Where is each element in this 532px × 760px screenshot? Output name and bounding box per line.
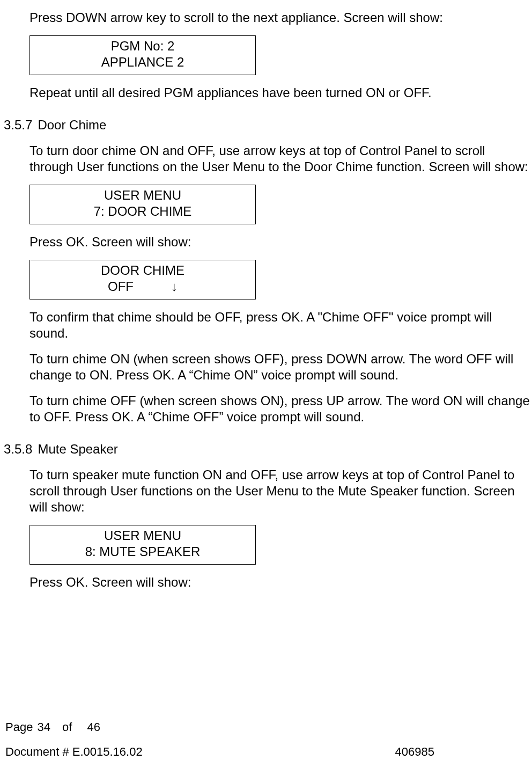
page-word: Page bbox=[5, 720, 33, 735]
lcd-screen-user-menu-7: USER MENU 7: DOOR CHIME bbox=[29, 185, 256, 224]
section-title: Door Chime bbox=[38, 117, 106, 133]
lcd-line-1: USER MENU bbox=[104, 187, 181, 203]
document-page: Press DOWN arrow key to scroll to the ne… bbox=[0, 10, 532, 760]
paragraph: To turn door chime ON and OFF, use arrow… bbox=[29, 143, 531, 175]
lcd-screen-pgm-2: PGM No: 2 APPLIANCE 2 bbox=[29, 35, 256, 75]
lcd-line-2: 7: DOOR CHIME bbox=[94, 203, 192, 220]
of-word: of bbox=[62, 720, 72, 735]
page-number-row: Page 34 of 46 bbox=[5, 720, 511, 735]
document-number-label: Document # E.0015.16.02 bbox=[5, 744, 143, 759]
lcd-line-2: APPLIANCE 2 bbox=[101, 54, 184, 70]
paragraph: To turn speaker mute function ON and OFF… bbox=[29, 467, 531, 515]
lcd-line-2: 8: MUTE SPEAKER bbox=[85, 544, 201, 560]
content-area: Press DOWN arrow key to scroll to the ne… bbox=[0, 10, 531, 590]
document-id-row: Document # E.0015.16.02 406985 bbox=[5, 744, 434, 759]
section-number: 3.5.8 bbox=[4, 441, 32, 457]
lcd-line-1: PGM No: 2 bbox=[111, 38, 175, 54]
section-number: 3.5.7 bbox=[4, 117, 32, 133]
down-arrow-icon: ↓ bbox=[171, 279, 178, 295]
paragraph: Press DOWN arrow key to scroll to the ne… bbox=[29, 10, 531, 26]
document-right-number: 406985 bbox=[395, 744, 434, 759]
paragraph: To confirm that chime should be OFF, pre… bbox=[29, 309, 531, 341]
lcd-line-1: USER MENU bbox=[104, 528, 181, 544]
paragraph: Press OK. Screen will show: bbox=[29, 234, 531, 250]
paragraph: Repeat until all desired PGM appliances … bbox=[29, 85, 531, 101]
lcd-screen-user-menu-8: USER MENU 8: MUTE SPEAKER bbox=[29, 525, 256, 565]
paragraph: To turn chime OFF (when screen shows ON)… bbox=[29, 393, 531, 425]
page-footer: Page 34 of 46 Document # E.0015.16.02 40… bbox=[0, 720, 532, 759]
lcd-line-1: DOOR CHIME bbox=[101, 262, 184, 279]
total-pages: 46 bbox=[87, 720, 100, 735]
section-heading-mute-speaker: 3.5.8 Mute Speaker bbox=[29, 441, 531, 457]
paragraph: Press OK. Screen will show: bbox=[29, 574, 531, 590]
lcd-value: OFF bbox=[108, 279, 134, 295]
lcd-screen-door-chime-off: DOOR CHIME OFF ↓ bbox=[29, 260, 256, 299]
section-title: Mute Speaker bbox=[38, 441, 117, 457]
section-heading-door-chime: 3.5.7 Door Chime bbox=[29, 117, 531, 133]
page-number: 34 bbox=[37, 720, 50, 735]
paragraph: To turn chime ON (when screen shows OFF)… bbox=[29, 351, 531, 383]
